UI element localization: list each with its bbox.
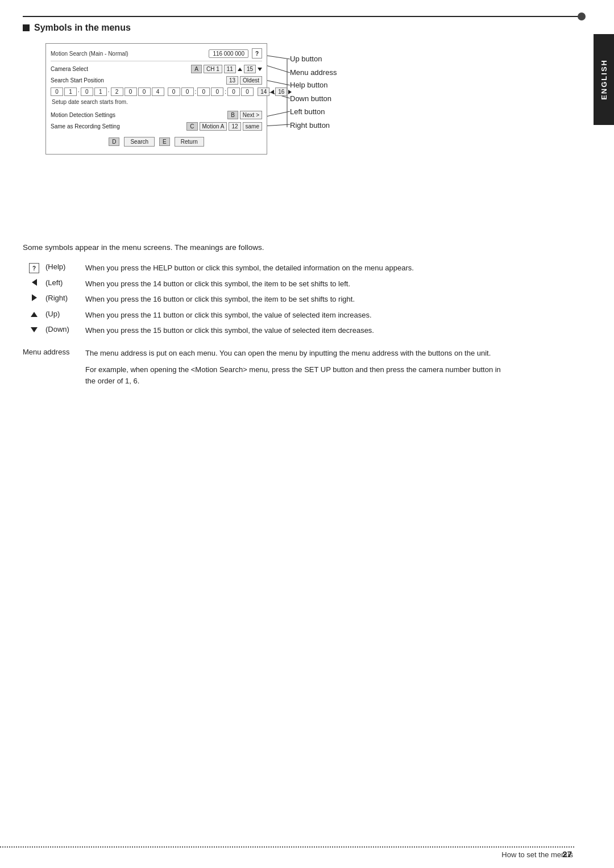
date-f13: 0	[227, 87, 240, 96]
section-title-text: Symbols in the menus	[34, 23, 131, 33]
language-tab: ENGLISH	[594, 34, 614, 125]
callout-down-button: Down button	[290, 94, 331, 103]
date-note: Setup date search starts from.	[52, 99, 262, 105]
language-tab-label: ENGLISH	[600, 59, 608, 100]
down-desc: When you press the 15 button or click th…	[85, 325, 529, 336]
same-btn-c: C	[186, 122, 197, 131]
callout-left-label: Left button	[290, 107, 325, 116]
top-circle-decoration	[578, 12, 586, 20]
bottom-buttons-row: D Search E Return	[51, 137, 262, 147]
search-letter-d: D	[109, 137, 119, 146]
search-num: 13	[226, 76, 238, 85]
date-f8: 4	[152, 87, 164, 96]
date-left-num: 14	[258, 87, 269, 96]
menu-address-section: Menu address The menu address is put on …	[23, 348, 574, 387]
diagram-area: Motion Search (Main - Normal) 116 000 00…	[45, 43, 574, 225]
date-f5: 2	[111, 87, 123, 96]
down-arrow-icon	[258, 68, 262, 71]
top-border	[23, 16, 580, 17]
menu-address-heading: Menu address	[23, 348, 85, 356]
date-f4: 1	[94, 87, 107, 96]
up-label: (Up)	[45, 310, 85, 318]
camera-select-row: Camera Select A CH 1 11 15	[51, 65, 262, 73]
callout-down-label: Down button	[290, 94, 331, 103]
help-label: (Help)	[45, 262, 85, 271]
search-start-row: Search Start Position 13 Oldest	[51, 76, 262, 85]
camera-btn-a: A	[191, 65, 202, 73]
camera-select-label: Camera Select	[51, 66, 88, 72]
callout-help-label: Help button	[290, 81, 328, 89]
menu-address-desc: The menu address is put on each menu. Yo…	[85, 348, 506, 387]
date-fields: 0 1 · 0 1 · 2 0 0 4 0 0 : 0 0 :	[51, 87, 292, 96]
callout-left-button: Left button	[290, 107, 325, 116]
right-icon-cell	[23, 294, 45, 303]
return-letter-e: E	[159, 137, 170, 146]
symbol-row-up: (Up) When you press the 11 button or cli…	[23, 310, 574, 321]
help-button-icon: ?	[252, 48, 262, 59]
search-start-label: Search Start Position	[51, 77, 104, 84]
callout-menu-address: Menu address	[290, 68, 337, 77]
help-desc: When you press the HELP button or click …	[85, 262, 529, 274]
motion-next: Next >	[240, 111, 262, 119]
right-label: (Right)	[45, 294, 85, 302]
date-f12: 0	[211, 87, 223, 96]
camera-ch: CH 1	[204, 65, 222, 73]
date-f3: 0	[81, 87, 93, 96]
same-as-label: Same as Recording Setting	[51, 123, 120, 130]
motion-detect-label: Motion Detection Settings	[51, 112, 115, 118]
callout-help-button: Help button	[290, 81, 328, 89]
title-bullet	[23, 24, 30, 31]
same-num: 12	[229, 122, 240, 131]
up-triangle-icon	[31, 312, 38, 317]
callout-up-button: Up button	[290, 55, 322, 63]
help-symbol: ?	[29, 263, 39, 273]
same-same: same	[243, 122, 262, 131]
motion-detect-row: Motion Detection Settings B Next >	[51, 111, 262, 119]
camera-num-up: 11	[224, 65, 236, 73]
left-icon-cell	[23, 278, 45, 287]
menu-address-desc2: For example, when opening the <Motion Se…	[85, 364, 506, 388]
right-arrow-icon	[288, 90, 292, 94]
bottom-bar: How to set the menus	[23, 850, 573, 859]
search-oldest: Oldest	[240, 76, 262, 85]
date-f9: 0	[168, 87, 180, 96]
left-label: (Left)	[45, 278, 85, 287]
help-icon-cell: ?	[23, 262, 45, 273]
right-desc: When you press the 16 button or click th…	[85, 294, 529, 305]
menu-header: Motion Search (Main - Normal) 116 000 00…	[51, 48, 262, 61]
down-label: (Down)	[45, 325, 85, 333]
date-f1: 0	[51, 87, 63, 96]
callout-up-label: Up button	[290, 55, 322, 63]
menu-screenshot: Motion Search (Main - Normal) 116 000 00…	[45, 43, 267, 155]
right-triangle-icon	[32, 294, 37, 301]
left-desc: When you press the 14 button or click th…	[85, 278, 529, 290]
date-f14: 0	[241, 87, 254, 96]
date-f6: 0	[125, 87, 137, 96]
symbol-row-right: (Right) When you press the 16 button or …	[23, 294, 574, 305]
callout-menu-label: Menu address	[290, 68, 337, 77]
date-f11: 0	[197, 87, 210, 96]
same-motion: Motion A	[200, 122, 227, 131]
symbol-row-left: (Left) When you press the 14 button or c…	[23, 278, 574, 290]
callout-right-label: Right button	[290, 121, 330, 130]
search-btn: Search	[124, 137, 155, 147]
page-number: 27	[562, 849, 572, 859]
bottom-dotted-line	[0, 846, 574, 848]
left-triangle-icon	[32, 279, 37, 286]
camera-num-down: 15	[244, 65, 256, 73]
section-title: Symbols in the menus	[23, 23, 574, 33]
symbol-row-down: (Down) When you press the 15 button or c…	[23, 325, 574, 336]
callout-right-button: Right button	[290, 121, 330, 130]
description-text: Some symbols appear in the menu screens.…	[23, 242, 534, 253]
symbol-list: ? (Help) When you press the HELP button …	[23, 262, 574, 336]
up-arrow-icon	[238, 68, 242, 71]
date-f7: 0	[138, 87, 151, 96]
date-right-num: 16	[275, 87, 287, 96]
date-f10: 0	[181, 87, 194, 96]
left-arrow-icon	[271, 90, 274, 94]
date-f2: 1	[64, 87, 77, 96]
down-icon-cell	[23, 325, 45, 334]
up-desc: When you press the 11 button or click th…	[85, 310, 529, 321]
same-as-row: Same as Recording Setting C Motion A 12 …	[51, 122, 262, 131]
date-row: 0 1 · 0 1 · 2 0 0 4 0 0 : 0 0 :	[51, 87, 262, 96]
